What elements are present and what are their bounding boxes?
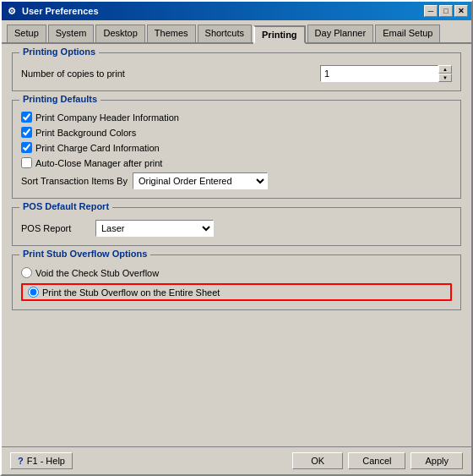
pos-report-group: POS Default Report POS Report Laser Rece… — [12, 207, 461, 246]
window-icon: ⚙ — [5, 4, 19, 18]
sort-label: Sort Transaction Items By — [21, 176, 128, 186]
action-buttons: OK Cancel Apply — [292, 452, 463, 469]
cancel-button[interactable]: Cancel — [348, 452, 405, 469]
title-bar-buttons: ─ □ ✕ — [424, 5, 468, 17]
window-title: User Preferences — [22, 6, 424, 16]
tab-desktop[interactable]: Desktop — [95, 25, 144, 43]
pos-report-row: POS Report Laser Receipt Screen — [21, 220, 452, 237]
content-area: Printing Options Number of copies to pri… — [2, 44, 471, 446]
copies-row: Number of copies to print ▲ ▼ — [21, 65, 452, 82]
sort-dropdown[interactable]: Original Order Entered Alphabetical Pric… — [133, 172, 268, 189]
pos-report-legend: POS Default Report — [19, 201, 112, 211]
main-window: ⚙ User Preferences ─ □ ✕ Setup System De… — [0, 0, 473, 476]
checkbox-auto-close: Auto-Close Manager after print — [21, 157, 452, 168]
printing-options-group: Printing Options Number of copies to pri… — [12, 52, 461, 91]
help-icon: ? — [18, 456, 24, 466]
ok-button[interactable]: OK — [292, 452, 343, 469]
spinner-up-button[interactable]: ▲ — [438, 65, 452, 74]
title-bar: ⚙ User Preferences ─ □ ✕ — [2, 2, 471, 20]
tab-day-planner[interactable]: Day Planner — [307, 25, 374, 43]
bottom-bar: ? F1 - Help OK Cancel Apply — [2, 446, 471, 474]
print-entire-row-highlighted: Print the Stub Overflow on the Entire Sh… — [21, 283, 452, 301]
charge-card-label: Print Charge Card Information — [35, 143, 160, 153]
copies-label: Number of copies to print — [21, 68, 320, 79]
bg-colors-label: Print Background Colors — [35, 128, 136, 138]
auto-close-checkbox[interactable] — [21, 157, 32, 168]
tab-printing[interactable]: Printing — [253, 25, 306, 44]
printing-options-legend: Printing Options — [19, 47, 99, 57]
apply-button[interactable]: Apply — [410, 452, 463, 469]
stub-overflow-group: Print Stub Overflow Options Void the Che… — [12, 254, 461, 310]
charge-card-checkbox[interactable] — [21, 142, 32, 153]
print-entire-label: Print the Stub Overflow on the Entire Sh… — [42, 287, 220, 298]
copies-spinner: ▲ ▼ — [320, 65, 452, 82]
checkbox-bg-colors: Print Background Colors — [21, 127, 452, 138]
printing-defaults-legend: Printing Defaults — [19, 94, 101, 104]
void-stub-label: Void the Check Stub Overflow — [35, 268, 159, 278]
company-header-checkbox[interactable] — [21, 112, 32, 123]
checkbox-company-header: Print Company Header Information — [21, 112, 452, 123]
help-label: F1 - Help — [27, 456, 65, 466]
pos-report-label: POS Report — [21, 223, 89, 233]
company-header-label: Print Company Header Information — [35, 112, 179, 123]
help-button[interactable]: ? F1 - Help — [10, 452, 73, 469]
minimize-button[interactable]: ─ — [424, 5, 438, 17]
bg-colors-checkbox[interactable] — [21, 127, 32, 138]
tab-email-setup[interactable]: Email Setup — [375, 25, 440, 43]
checkbox-charge-card: Print Charge Card Information — [21, 142, 452, 153]
print-entire-radio[interactable] — [28, 287, 39, 298]
tabs-bar: Setup System Desktop Themes Shortcuts Pr… — [2, 20, 471, 44]
tab-themes[interactable]: Themes — [147, 25, 196, 43]
spinner-down-button[interactable]: ▼ — [438, 74, 452, 82]
close-button[interactable]: ✕ — [454, 5, 468, 17]
tab-system[interactable]: System — [48, 25, 95, 43]
restore-button[interactable]: □ — [439, 5, 453, 17]
stub-overflow-legend: Print Stub Overflow Options — [19, 249, 150, 259]
tab-shortcuts[interactable]: Shortcuts — [198, 25, 252, 43]
sort-row: Sort Transaction Items By Original Order… — [21, 172, 452, 189]
spinner-buttons: ▲ ▼ — [438, 65, 452, 82]
copies-input[interactable] — [320, 65, 438, 82]
void-stub-radio[interactable] — [21, 267, 32, 278]
pos-report-dropdown[interactable]: Laser Receipt Screen — [95, 220, 214, 237]
tab-setup[interactable]: Setup — [7, 25, 46, 43]
auto-close-label: Auto-Close Manager after print — [35, 158, 162, 168]
void-stub-row: Void the Check Stub Overflow — [21, 267, 452, 278]
printing-defaults-group: Printing Defaults Print Company Header I… — [12, 100, 461, 199]
